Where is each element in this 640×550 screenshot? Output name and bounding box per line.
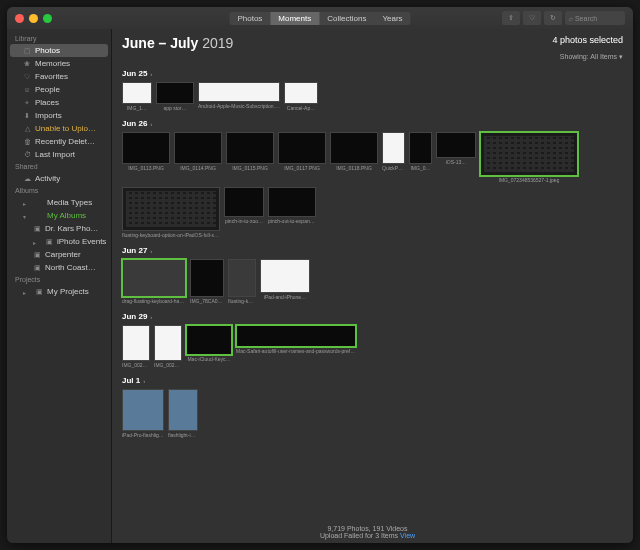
photo-thumbnail[interactable]: IMG_0113.PNG [122, 132, 170, 183]
thumbnail-image [409, 132, 432, 164]
sidebar-item-my-projects[interactable]: ▸▣My Projects [7, 285, 111, 298]
photo-thumbnail[interactable]: IMG_0025.P… [122, 325, 150, 368]
sidebar-label: North Coast… [45, 263, 96, 272]
photo-thumbnail[interactable]: IMG_1… [122, 82, 152, 111]
toolbar-right: ⇪ ♡ ↻ ⌕ Search [502, 11, 625, 25]
body: Library▢Photos❀Memories♡Favorites☺People… [7, 29, 633, 543]
sidebar-item-activity[interactable]: ☁Activity [7, 172, 111, 185]
sidebar-item-my-albums[interactable]: ▾My Albums [7, 209, 111, 222]
sidebar-item-unable-to-uplo-[interactable]: △Unable to Uplo… [7, 122, 111, 135]
photo-thumbnail[interactable]: Android-Apple-Music-Subscription.jpg [198, 82, 280, 111]
sidebar-icon: ▣ [45, 238, 53, 246]
sidebar-label: Media Types [47, 198, 92, 207]
showing-filter[interactable]: Showing: All Items ▾ [122, 53, 623, 61]
photo-thumbnail[interactable]: IMG_0118.PNG [330, 132, 378, 183]
main-content[interactable]: June – July 2019 4 photos selected Showi… [112, 29, 633, 543]
sidebar-item-people[interactable]: ☺People [7, 83, 111, 96]
photo-thumbnail[interactable]: iPad-Pro-flashligh… [122, 389, 164, 438]
disclosure-icon[interactable]: ▸ [23, 200, 29, 205]
photo-thumbnail[interactable]: Mac-iCloud-Keyc… [186, 325, 232, 368]
sidebar-item-media-types[interactable]: ▸Media Types [7, 196, 111, 209]
app-window: PhotosMomentsCollectionsYears ⇪ ♡ ↻ ⌕ Se… [7, 7, 633, 543]
close-window-button[interactable] [15, 14, 24, 23]
thumbnail-image [122, 325, 150, 361]
sidebar-item-photos[interactable]: ▢Photos [10, 44, 108, 57]
view-tab-collections[interactable]: Collections [319, 12, 374, 25]
moment-date-header[interactable]: Jun 27› [122, 246, 623, 255]
sidebar-item-memories[interactable]: ❀Memories [7, 57, 111, 70]
sidebar-icon [35, 199, 43, 207]
sidebar-icon: ▣ [35, 288, 43, 296]
photo-thumbnail[interactable]: floating-keyboar… [228, 259, 256, 304]
view-tab-photos[interactable]: Photos [229, 12, 270, 25]
disclosure-icon[interactable]: ▸ [23, 289, 29, 294]
zoom-window-button[interactable] [43, 14, 52, 23]
disclosure-icon[interactable]: ▾ [23, 213, 29, 218]
thumbnail-image [122, 187, 220, 231]
upload-view-link[interactable]: View [400, 532, 415, 539]
thumbnail-caption: Mac-iCloud-Keyc… [187, 356, 230, 362]
photo-thumbnail[interactable]: IMG_0114.PNG [174, 132, 222, 183]
chevron-right-icon: › [150, 314, 152, 320]
sidebar-icon: ⌖ [23, 99, 31, 107]
photo-thumbnail[interactable]: IMG_0115.PNG [226, 132, 274, 183]
thumbnail-caption: app stor… [163, 105, 186, 111]
rotate-button[interactable]: ↻ [544, 11, 562, 25]
moment-date-header[interactable]: Jun 26› [122, 119, 623, 128]
sidebar-item-last-import[interactable]: ⏱Last Import [7, 148, 111, 161]
photo-thumbnail[interactable]: drag-floating-keyboard-handle-to-spring-… [122, 259, 186, 304]
photo-thumbnail[interactable]: pinch-out-to-expand-floating-keyboard-t… [268, 187, 316, 238]
favorite-button[interactable]: ♡ [523, 11, 541, 25]
sidebar-icon: ▣ [33, 264, 41, 272]
photo-thumbnail[interactable]: IMG_0026.P… [154, 325, 182, 368]
sidebar-item-north-coast-[interactable]: ▣North Coast… [7, 261, 111, 274]
thumbnail-image [224, 187, 264, 217]
sidebar-item-imports[interactable]: ⬇Imports [7, 109, 111, 122]
photo-thumbnail[interactable]: iOS-13… [436, 132, 476, 183]
photo-thumbnail[interactable]: pinch-in-to-zoo… [224, 187, 264, 238]
moment-date-header[interactable]: Jun 25› [122, 69, 623, 78]
thumbnail-caption: QuickPath-keyb… [382, 165, 405, 171]
upload-status: Upload Failed for 3 Items View [112, 532, 623, 539]
disclosure-icon[interactable]: ▸ [33, 239, 39, 244]
photo-thumbnail[interactable]: app stor… [156, 82, 194, 111]
thumbnail-caption: Mac-Safari-autofill-user-names-and-passw… [236, 348, 356, 354]
view-tab-years[interactable]: Years [374, 12, 410, 25]
moment-date-header[interactable]: Jun 29› [122, 312, 623, 321]
search-input[interactable]: ⌕ Search [565, 11, 625, 25]
thumbnail-caption: IMG_072348536527-1.jpeg [499, 177, 560, 183]
photo-thumbnail[interactable]: Cancel-Ap… [284, 82, 318, 111]
share-button[interactable]: ⇪ [502, 11, 520, 25]
photo-thumbnail[interactable]: IMG_0117.PNG [278, 132, 326, 183]
photo-thumbnail[interactable]: flashlight-inten… [168, 389, 198, 438]
minimize-window-button[interactable] [29, 14, 38, 23]
sidebar-item-iphoto-events[interactable]: ▸▣iPhoto Events [7, 235, 111, 248]
sidebar-item-dr-kars-pho-[interactable]: ▣Dr. Kars Pho… [7, 222, 111, 235]
photo-thumbnail[interactable]: Mac-Safari-autofill-user-names-and-passw… [236, 325, 356, 368]
photo-thumbnail[interactable]: QuickPath-keyb… [382, 132, 405, 183]
sidebar-label: Photos [35, 46, 60, 55]
sidebar-icon: 🗑 [23, 138, 31, 146]
view-tab-moments[interactable]: Moments [270, 12, 319, 25]
thumbnail-image [226, 132, 274, 164]
thumbnail-image [480, 132, 578, 176]
sidebar-item-favorites[interactable]: ♡Favorites [7, 70, 111, 83]
moment-date-header[interactable]: Jul 1› [122, 376, 623, 385]
sidebar-section-library: Library [7, 33, 111, 44]
sidebar-item-carpenter[interactable]: ▣Carpenter [7, 248, 111, 261]
sidebar: Library▢Photos❀Memories♡Favorites☺People… [7, 29, 112, 543]
photo-thumbnail[interactable]: floating-keyboard-option-on-iPadOS-full-… [122, 187, 220, 238]
photo-thumbnail[interactable]: IMG_072348536527-1.jpeg [480, 132, 578, 183]
photo-thumbnail[interactable]: IMG_0… [409, 132, 432, 183]
photo-thumbnail[interactable]: iPad-and-iPhone… [260, 259, 310, 304]
sidebar-label: Recently Delet… [35, 137, 95, 146]
sidebar-section-shared: Shared [7, 161, 111, 172]
thumbnail-caption: IMG_0113.PNG [128, 165, 164, 171]
sidebar-item-recently-delet-[interactable]: 🗑Recently Delet… [7, 135, 111, 148]
thumbnail-image [268, 187, 316, 217]
photo-thumbnail[interactable]: IMG_78CA05845… [190, 259, 224, 304]
thumbnail-caption: pinch-out-to-expand-floating-keyboard-t… [268, 218, 316, 224]
sidebar-icon: ▣ [33, 251, 41, 259]
sidebar-item-places[interactable]: ⌖Places [7, 96, 111, 109]
sidebar-label: Places [35, 98, 59, 107]
